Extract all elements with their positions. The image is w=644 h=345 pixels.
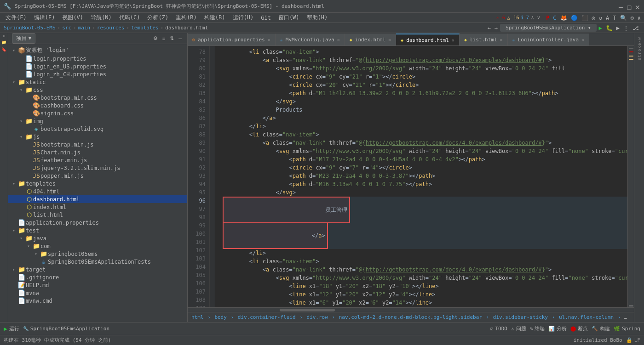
tab-mymvcconfig[interactable]: ☕ MyMvcConfig.java ✕ xyxy=(276,34,345,45)
breadcrumb-main[interactable]: main xyxy=(78,25,91,31)
menu-git[interactable]: Git xyxy=(257,14,275,22)
vcs-icon[interactable]: ⎇ xyxy=(631,24,640,32)
tab-list-html[interactable]: ◆ list.html ✕ xyxy=(460,34,508,45)
tree-item-target[interactable]: ▸ 📁 target xyxy=(8,266,187,273)
path-sidebar-sticky[interactable]: div.sidebar-sticky xyxy=(493,314,548,320)
todo-btn[interactable]: ☑ TODO xyxy=(490,326,507,332)
menu-refactor[interactable]: 重构(R) xyxy=(172,13,201,23)
close-btn[interactable]: ✕ xyxy=(635,4,640,9)
analyze-btn[interactable]: 📊 分析 xyxy=(548,325,567,332)
menu-run[interactable]: 运行(U) xyxy=(229,13,258,23)
tree-item-jquery-js[interactable]: JS jquery-3.2.1.slim.min.js xyxy=(8,164,187,172)
run-btn[interactable]: ▶ xyxy=(598,24,604,32)
plugin-icon-chrome[interactable]: 🔵 xyxy=(569,14,579,22)
tree-layout-btn[interactable]: ≡ xyxy=(161,35,167,42)
plugin-icon-o[interactable]: ◎ xyxy=(591,14,597,22)
breadcrumb-resources[interactable]: resources xyxy=(97,25,125,31)
tree-item-gitignore[interactable]: 📄 .gitignore xyxy=(8,273,187,281)
tree-settings-btn[interactable]: ⚙ xyxy=(152,34,159,42)
tree-item-signin-css[interactable]: 🎨 signin.css xyxy=(8,109,187,117)
terminal-btn[interactable]: ✎ 终端 xyxy=(530,325,545,332)
tree-item-index-html[interactable]: ⬡ index.html xyxy=(8,203,187,211)
plugin-icon-ff[interactable]: 🦊 xyxy=(559,14,569,22)
tree-item-static[interactable]: ▾ 📁 static xyxy=(8,78,187,86)
nav-back-icon[interactable]: ← xyxy=(486,24,492,32)
tree-item-feather-js[interactable]: JS feather.min.js xyxy=(8,156,187,164)
tab-application-properties[interactable]: ⚙ application.properties ✕ xyxy=(188,34,276,45)
tree-item-dashboard-html[interactable]: ⬡ dashboard.html xyxy=(8,195,187,203)
tree-item-login-props[interactable]: 📄 login.properties xyxy=(8,55,187,62)
breadcrumb-templates[interactable]: templates xyxy=(131,25,159,31)
tree-item-help-md[interactable]: 📝 HELP.md xyxy=(8,281,187,289)
menu-file[interactable]: 文件(F) xyxy=(2,13,30,23)
breadcrumb-src[interactable]: src xyxy=(62,25,71,31)
menu-view[interactable]: 视图(V) xyxy=(58,13,87,23)
maximize-btn[interactable]: □ xyxy=(627,4,632,9)
tree-item-java[interactable]: ▾ 📁 java xyxy=(8,234,187,242)
tab-index-html[interactable]: ◆ index.html ✕ xyxy=(345,34,396,45)
tree-sort-btn[interactable]: ⇅ xyxy=(168,34,175,42)
tab-close-list[interactable]: ✕ xyxy=(500,37,503,42)
plugin-icon-a[interactable]: A xyxy=(604,14,610,22)
left-icon-3[interactable]: 🔖 xyxy=(1,47,6,52)
plugin-icon-r[interactable]: ↺ xyxy=(598,14,604,22)
tree-item-springboot05ems[interactable]: ▾ 📁 springboot05ems xyxy=(8,250,187,258)
path-ul[interactable]: ul.nav.flex-column xyxy=(559,314,614,320)
menu-analyze[interactable]: 分析(Z) xyxy=(144,13,172,23)
problems-btn[interactable]: ⚠ 问题 xyxy=(511,325,526,332)
breakpoints-btn[interactable]: ⬤ 断点 xyxy=(570,325,588,332)
left-icon-2[interactable]: 📁 xyxy=(1,40,6,45)
menu-window[interactable]: 窗口(W) xyxy=(275,13,303,23)
run-app-name[interactable]: 🔧 SpringBoot05EmsApplication xyxy=(23,326,109,332)
nav-forward-icon[interactable]: → xyxy=(493,24,499,32)
code-editor[interactable]: <li class="nav-item"> <a class="nav-link… xyxy=(215,46,627,307)
chevron-up-icon[interactable]: ∧ xyxy=(636,14,642,22)
run-btn-main[interactable]: ▶ 运行 xyxy=(4,325,19,332)
tree-item-com[interactable]: ▾ 📁 com xyxy=(8,242,187,250)
breadcrumb-project[interactable]: SpringBoot-05-EMS xyxy=(4,25,56,31)
tab-close-login[interactable]: ✕ xyxy=(581,37,584,42)
plugin-icon-p[interactable]: P xyxy=(545,14,551,22)
plugin-icon-c[interactable]: C xyxy=(552,14,558,22)
tree-item-list-html[interactable]: ⬡ list.html xyxy=(8,211,187,219)
menu-nav[interactable]: 导航(N) xyxy=(87,13,115,23)
tree-item-js-folder[interactable]: ▾ 📁 js xyxy=(8,133,187,141)
tree-item-bootstrap-svg[interactable]: ◈ bootstrap-solid.svg xyxy=(8,125,187,133)
tree-item-img-folder[interactable]: ▾ 📁 img xyxy=(8,117,187,125)
tree-item-mvnw-cmd[interactable]: 📄 mvnw.cmd xyxy=(8,297,187,305)
translate-icon[interactable]: T xyxy=(611,14,617,22)
lock-icon[interactable]: 🔒 xyxy=(626,337,632,343)
tab-close-app-props[interactable]: ✕ xyxy=(268,37,270,42)
path-container[interactable]: div.container-fluid xyxy=(238,314,296,320)
tree-item-css-folder[interactable]: ▾ 📁 css xyxy=(8,86,187,94)
spring-btn[interactable]: 🌿 Spring xyxy=(614,326,640,332)
build-btn[interactable]: 🔨 构建 xyxy=(592,325,610,332)
plugin-icon-ie[interactable]: ⬛ xyxy=(580,14,590,22)
menu-help[interactable]: 帮助(H) xyxy=(303,13,332,23)
tree-item-bootstrap-js[interactable]: JS bootstrap.min.js xyxy=(8,141,187,148)
minimize-btn[interactable]: ─ xyxy=(618,4,624,9)
path-body[interactable]: body xyxy=(214,314,227,320)
tree-item-templates-folder[interactable]: ▾ 📁 templates xyxy=(8,180,187,187)
horizontal-scrollbar[interactable] xyxy=(188,307,634,312)
menu-edit[interactable]: 编辑(E) xyxy=(30,13,59,23)
settings-icon[interactable]: ⚙ xyxy=(629,14,635,22)
tab-dashboard-html[interactable]: ◆ dashboard.html ✕ xyxy=(396,34,460,45)
menu-code[interactable]: 代码(C) xyxy=(115,13,144,23)
tab-close-dashboard[interactable]: ✕ xyxy=(452,38,454,43)
tree-item-popper-js[interactable]: JS popper.min.js xyxy=(8,172,187,180)
lf-encoding[interactable]: LF xyxy=(634,337,640,343)
left-icon-1[interactable]: ≡ xyxy=(2,35,6,37)
right-scrollbar[interactable] xyxy=(627,46,634,307)
tree-item-chart-js[interactable]: JS Chart.min.js xyxy=(8,148,187,156)
debug-btn[interactable]: 🐛 xyxy=(604,24,614,32)
menu-build[interactable]: 构建(B) xyxy=(201,13,229,23)
tab-close-index[interactable]: ✕ xyxy=(388,37,391,42)
tree-item-dashboard-css[interactable]: 🎨 dashboard.css xyxy=(8,102,187,109)
tree-item-test[interactable]: ▾ 📁 test xyxy=(8,226,187,234)
path-nav[interactable]: nav.col-md-2.d-none.d-md-block.bg-light.… xyxy=(339,314,482,320)
search-icon[interactable]: 🔍 xyxy=(619,14,628,22)
tree-item-mvnw[interactable]: 📄 mvnw xyxy=(8,289,187,297)
run-config-dropdown[interactable]: SpringBoot05EmsApplication ▾ xyxy=(500,24,596,32)
tree-item-404-html[interactable]: ⬡ 404.html xyxy=(8,187,187,195)
